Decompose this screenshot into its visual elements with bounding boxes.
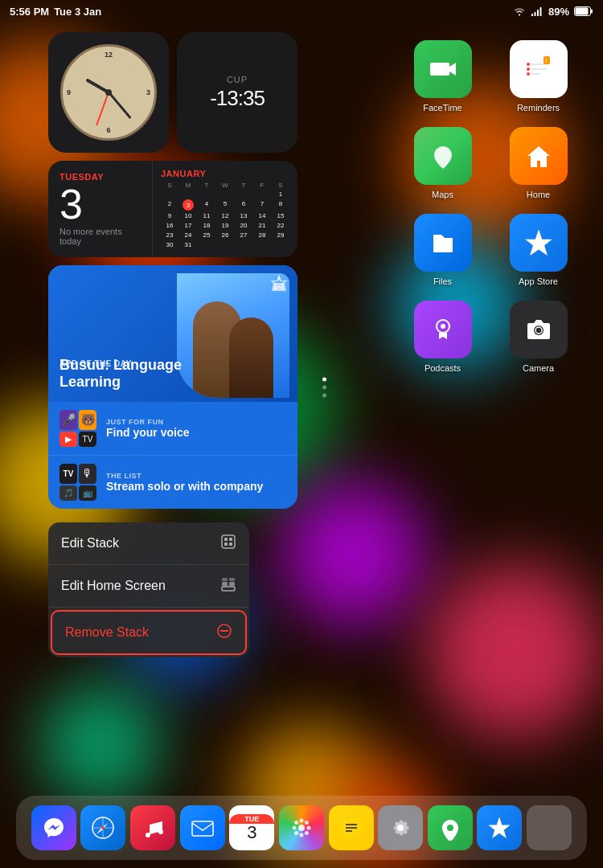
appstore-app-of-day-title: Busuu: Language Learning [59,357,212,391]
digital-clock-time: -13:35 [210,86,265,111]
cal-header-m: M [179,182,197,189]
minute-hand [108,92,131,119]
cal-header-t1: T [198,182,215,189]
dock-appstore[interactable] [477,805,522,850]
dock-safari[interactable] [80,805,125,850]
maps-icon [414,127,472,185]
calendar-grid: S M T W T F S 1 2 3 4 5 6 [161,182,289,249]
app-home[interactable]: Home [498,127,579,199]
edit-stack-icon [220,534,236,553]
svg-point-48 [294,831,298,835]
battery-icon [574,6,593,16]
svg-point-44 [292,826,296,830]
edit-stack-item[interactable]: Edit Stack [48,522,249,565]
svg-rect-15 [229,582,235,586]
svg-rect-12 [229,542,232,546]
svg-rect-5 [591,10,593,14]
signal-icon [531,6,544,16]
status-time: 5:56 PM [10,6,49,18]
svg-rect-40 [192,821,213,836]
app-camera[interactable]: Camera [498,301,579,373]
svg-rect-2 [537,10,539,16]
appstore-label: App Store [519,276,558,286]
svg-point-26 [527,72,530,76]
bokeh-11 [40,683,161,804]
calendar-month: JANUARY [161,169,289,178]
status-left: 5:56 PM Tue 3 Jan [10,6,101,18]
cal-header-t2: T [235,182,252,189]
dot-1 [322,377,326,381]
maps-label: Maps [432,190,453,199]
calendar-no-events: No more events today [59,227,141,246]
app-maps[interactable]: Maps [402,127,483,199]
status-right: 89% [513,6,593,18]
dock-mail[interactable] [180,805,225,850]
analog-clock-widget[interactable]: 12 6 9 3 [48,32,169,153]
svg-point-41 [298,825,305,831]
cal-header-s2: S [272,182,289,189]
reminders-label: Reminders [517,103,560,113]
dock-calendar[interactable]: TUE 3 [229,805,274,850]
svg-rect-8 [222,535,235,548]
digital-clock-face: CUP -13:35 [189,44,285,141]
remove-stack-item[interactable]: Remove Stack [51,610,247,655]
svg-point-29 [439,151,447,159]
dock-music[interactable] [130,805,175,850]
dot-2 [322,385,326,389]
svg-rect-11 [224,542,228,546]
appstore-row1-title: Find your voice [106,426,288,439]
appstore-row2-title: Stream solo or with company [106,480,288,493]
calendar-date-num: 3 [59,183,141,225]
podcasts-icon [414,301,472,358]
svg-point-47 [305,821,309,825]
svg-rect-1 [534,12,535,16]
facetime-icon [414,40,472,98]
home-icon [510,127,568,185]
digital-clock-label: CUP [227,75,248,84]
svg-point-43 [299,833,303,837]
podcasts-label: Podcasts [425,363,461,373]
app-files[interactable]: Files [402,214,483,286]
cal-header-w: W [216,182,234,189]
appstore-row1-tag: JUST FOR FUN [106,418,288,426]
dock-maps[interactable] [428,805,473,850]
dock-more-apps[interactable] [527,805,572,850]
appstore-row1-icon: 🎤 🐻 ▶ TV [58,408,98,448]
files-label: Files [433,276,452,286]
app-appstore[interactable]: App Store [498,214,579,286]
appstore-row-2[interactable]: TV 🎙 🎵 📺 THE LIST Stream solo or with co… [48,456,297,509]
edit-home-screen-icon [220,576,236,596]
dock-settings[interactable] [378,805,423,850]
appstore-row2-icon: TV 🎙 🎵 📺 [58,462,98,502]
battery-percent: 89% [548,6,569,18]
app-reminders[interactable]: ! Reminders [498,40,579,113]
svg-point-37 [101,826,105,829]
widgets-area: 12 6 9 3 CUP -13:35 TUESDAY 3 No more ev… [48,32,314,509]
dock-notes[interactable] [329,805,374,850]
svg-rect-3 [539,7,541,16]
dock-photos[interactable] [279,805,324,850]
home-label: Home [527,190,550,199]
digital-clock-widget[interactable]: CUP -13:35 [177,32,297,153]
cal-header-s1: S [161,182,178,189]
svg-rect-9 [224,538,228,541]
facetime-label: FaceTime [423,103,462,113]
appstore-row-1[interactable]: 🎤 🐻 ▶ TV JUST FOR FUN Find your voice [48,402,297,456]
edit-home-screen-label: Edit Home Screen [61,579,166,593]
appstore-top-icon [270,275,288,296]
calendar-widget[interactable]: TUESDAY 3 No more events today JANUARY S… [48,161,297,257]
edit-stack-label: Edit Stack [61,536,119,551]
svg-rect-0 [531,14,533,16]
svg-point-38 [146,833,150,837]
svg-point-39 [158,829,163,834]
appstore-widget[interactable]: A APP OF THE DAY Busuu: Language Learnin… [48,265,297,509]
dock-messenger[interactable] [31,805,76,850]
svg-point-42 [299,819,303,823]
svg-rect-17 [229,578,235,581]
remove-stack-icon [216,623,232,642]
app-podcasts[interactable]: Podcasts [402,301,483,373]
appstore-row2-content: THE LIST Stream solo or with company [106,472,288,493]
edit-home-screen-item[interactable]: Edit Home Screen [48,565,249,608]
app-facetime[interactable]: FaceTime [402,40,483,113]
svg-point-46 [294,821,298,825]
